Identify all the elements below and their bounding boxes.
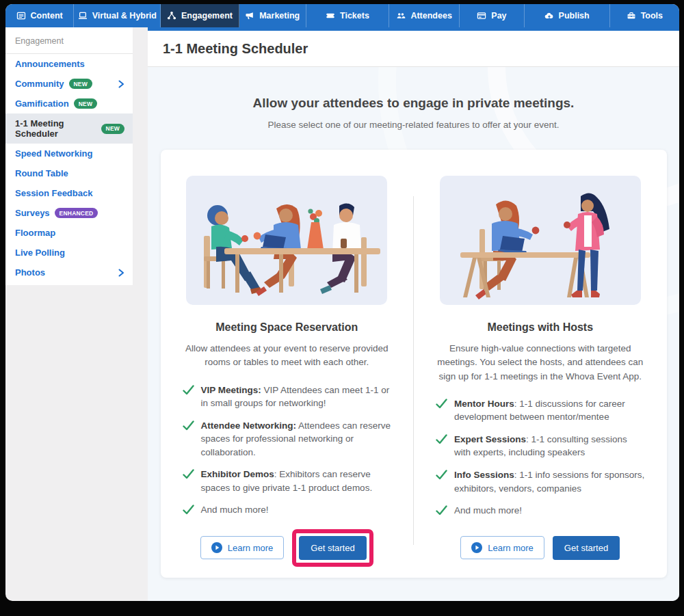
engagement-sidebar: Engagement Announcements Community NEW G… [5,27,133,285]
feature-list: Mentor Hours: 1-1 discussions for career… [436,397,645,526]
option-description: Ensure high-value connections with targe… [436,342,645,384]
play-icon [211,542,222,553]
tab-tools[interactable]: Tools [610,4,679,27]
tab-label: Marketing [259,11,300,21]
content-list-icon [16,11,26,21]
check-icon [436,433,447,445]
chevron-right-icon [118,269,124,277]
meeting-space-illustration [186,176,387,305]
annotation-highlight-box: Get started [292,529,373,567]
sidebar-item-label: Speed Networking [15,148,92,159]
sidebar-item-meeting-scheduler[interactable]: 1-1 Meeting Scheduler NEW [5,113,133,144]
sidebar-item-label: Announcements [15,59,85,69]
page-title: 1-1 Meeting Scheduler [163,41,664,57]
tab-virtual-hybrid[interactable]: Virtual & Hybrid [74,4,161,27]
sidebar-item-photos[interactable]: Photos [5,263,133,282]
feature-item: Info Sessions: 1-1 info sessions for spo… [436,468,645,495]
check-icon [183,384,194,396]
feature-item: And much more! [183,503,392,517]
sidebar-item-label: Floormap [15,228,55,238]
sidebar-item-label: Community [15,79,64,89]
top-navigation: Content Virtual & Hybrid Engagement Mark… [5,4,679,27]
check-icon [436,505,447,516]
feature-item: VIP Meetings: VIP Attendees can meet 1-1… [183,384,392,410]
feature-item: Attendee Networking: Attendees can reser… [183,419,392,459]
sidebar-item-label: Session Feedback [15,188,92,198]
tab-engagement[interactable]: Engagement [161,4,239,27]
app-window: Content Virtual & Hybrid Engagement Mark… [5,4,679,601]
new-badge: NEW [69,79,92,89]
sidebar-item-speed-networking[interactable]: Speed Networking [5,144,133,163]
sidebar-section-label: Engagement [5,27,133,54]
meetings-with-hosts-option: Meetings with Hosts Ensure high-value co… [414,176,667,560]
tab-label: Tickets [340,11,369,21]
new-badge: NEW [74,98,97,109]
sidebar-item-round-table[interactable]: Round Table [5,163,133,183]
enhanced-badge: ENHANCED [55,208,98,218]
feature-item: Exhibitor Demos: Exhibitors can reserve … [183,468,392,494]
option-title: Meetings with Hosts [487,321,593,334]
tab-tickets[interactable]: Tickets [306,4,389,27]
check-icon [183,468,194,480]
tab-label: Pay [491,11,506,21]
sidebar-item-label: Round Table [15,168,68,178]
page-header: 1-1 Meeting Scheduler [148,31,679,67]
tab-label: Content [31,11,63,21]
play-icon [471,542,482,553]
toolbox-icon [627,11,636,21]
check-icon [436,469,447,481]
new-badge: NEW [101,124,124,134]
sidebar-item-label: 1-1 Meeting Scheduler [15,118,96,139]
sidebar-item-label: Gamification [15,98,69,109]
get-started-button-hosts[interactable]: Get started [553,536,620,560]
meeting-space-reservation-option: Meeting Space Reservation Allow attendee… [161,176,414,560]
option-title: Meeting Space Reservation [215,321,358,334]
learn-more-button-hosts[interactable]: Learn more [460,536,544,559]
intro-subheading: Please select one of our meeting-related… [148,120,679,130]
tab-label: Publish [559,11,590,21]
get-started-button-meeting-space[interactable]: Get started [299,536,366,560]
intro-heading: Allow your attendees to engage in privat… [148,96,679,111]
sidebar-item-label: Photos [15,267,45,278]
tab-attendees[interactable]: Attendees [389,4,460,27]
laptop-icon [78,11,88,21]
meetings-with-hosts-illustration [440,176,641,305]
learn-more-button-meeting-space[interactable]: Learn more [200,536,284,559]
check-icon [183,504,194,515]
feature-item: Expert Sessions: 1-1 consulting sessions… [436,433,645,459]
feature-item: Mentor Hours: 1-1 discussions for career… [436,397,645,424]
bullhorn-icon [245,11,254,21]
tab-pay[interactable]: Pay [460,4,524,27]
sidebar-item-community[interactable]: Community NEW [5,74,133,94]
credit-card-icon [477,11,486,21]
tab-publish[interactable]: Publish [525,4,610,27]
tab-label: Attendees [410,11,451,21]
ticket-icon [326,11,335,21]
page-content: Allow your attendees to engage in privat… [148,67,679,601]
sidebar-item-label: Live Polling [15,247,65,258]
option-description: Allow attendees at your event to reserve… [183,342,392,370]
sidebar-item-gamification[interactable]: Gamification NEW [5,94,133,113]
share-network-icon [167,11,176,21]
check-icon [436,398,447,410]
sidebar-item-live-polling[interactable]: Live Polling [5,243,133,263]
users-icon [396,11,406,21]
sidebar-item-label: Surveys [15,208,50,218]
tab-label: Tools [641,11,663,21]
cloud-upload-icon [544,11,554,21]
main-panel: 1-1 Meeting Scheduler Allow your attende… [148,27,679,601]
feature-list: VIP Meetings: VIP Attendees can meet 1-1… [183,384,392,526]
sidebar-gutter [133,27,148,601]
tab-content[interactable]: Content [5,4,74,27]
check-icon [183,420,194,431]
feature-item: And much more! [436,504,645,518]
sidebar-item-announcements[interactable]: Announcements [5,54,133,74]
sidebar-item-session-feedback[interactable]: Session Feedback [5,183,133,203]
tab-label: Virtual & Hybrid [92,11,157,21]
tab-label: Engagement [181,11,233,21]
sidebar-item-floormap[interactable]: Floormap [5,223,133,243]
feature-options-card: Meeting Space Reservation Allow attendee… [161,150,667,578]
chevron-right-icon [118,80,124,88]
sidebar-item-surveys[interactable]: Surveys ENHANCED [5,203,133,223]
tab-marketing[interactable]: Marketing [239,4,306,27]
